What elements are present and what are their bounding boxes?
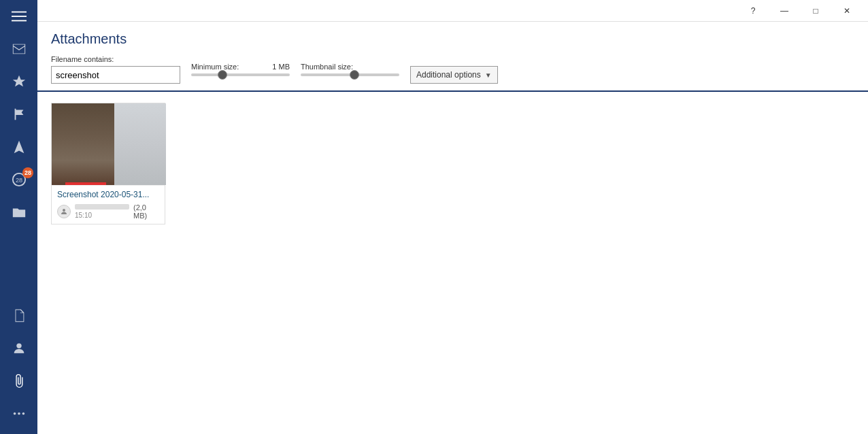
filename-input[interactable] bbox=[51, 66, 180, 84]
page-title: Attachments bbox=[51, 31, 854, 47]
meta-size: (2,0 MB) bbox=[133, 203, 159, 220]
sidebar-item-star[interactable] bbox=[0, 65, 37, 98]
attachment-info: Screenshot 2020-05-31... 15:10 (2,0 MB) bbox=[52, 185, 165, 224]
sidebar-item-navigation[interactable] bbox=[0, 131, 37, 163]
meta-time: 15:10 bbox=[75, 212, 129, 219]
main-content: ? — □ ✕ Attachments Filename contains: M… bbox=[37, 0, 868, 434]
list-item[interactable]: Screenshot 2020-05-31... 15:10 (2,0 MB) bbox=[51, 103, 165, 224]
svg-rect-1 bbox=[12, 16, 27, 17]
min-size-group: Minimum size: 1 MB bbox=[191, 63, 290, 76]
svg-point-5 bbox=[16, 344, 21, 348]
svg-text:28: 28 bbox=[15, 177, 22, 184]
content-area: Screenshot 2020-05-31... 15:10 (2,0 MB) bbox=[37, 92, 868, 434]
help-button[interactable]: ? bbox=[737, 0, 769, 22]
sidebar: 28 28 bbox=[0, 0, 37, 434]
thumb-size-slider[interactable] bbox=[301, 73, 399, 76]
thumbnail-image bbox=[52, 103, 166, 185]
sidebar-item-more[interactable] bbox=[0, 397, 37, 430]
attachment-thumbnail bbox=[52, 103, 166, 185]
svg-point-8 bbox=[22, 412, 24, 415]
sidebar-item-folder[interactable] bbox=[0, 196, 37, 229]
minimize-button[interactable]: — bbox=[769, 0, 800, 22]
sidebar-item-menu[interactable] bbox=[0, 0, 37, 33]
filename-filter-group: Filename contains: bbox=[51, 55, 180, 84]
sidebar-bottom bbox=[0, 299, 37, 434]
sidebar-item-badge[interactable]: 28 28 bbox=[0, 163, 37, 196]
dropdown-arrow-icon: ▼ bbox=[485, 71, 492, 79]
additional-options-button[interactable]: Additional options ▼ bbox=[410, 66, 498, 84]
maximize-button[interactable]: □ bbox=[800, 0, 831, 22]
sidebar-item-document[interactable] bbox=[0, 299, 37, 332]
thumbnail-red-bar bbox=[65, 182, 106, 185]
min-size-slider[interactable] bbox=[191, 73, 290, 76]
notification-badge: 28 bbox=[22, 167, 33, 178]
meta-right: 15:10 bbox=[75, 204, 129, 219]
thumb-size-slider-wrapper bbox=[301, 73, 399, 76]
filename-label: Filename contains: bbox=[51, 55, 180, 63]
svg-point-6 bbox=[13, 412, 16, 415]
svg-rect-0 bbox=[12, 12, 27, 13]
attachment-meta: 15:10 (2,0 MB) bbox=[57, 203, 159, 220]
filters-row: Filename contains: Minimum size: 1 MB Th… bbox=[51, 55, 854, 84]
svg-point-9 bbox=[63, 209, 65, 212]
sidebar-item-mail[interactable] bbox=[0, 33, 37, 65]
titlebar: ? — □ ✕ bbox=[37, 0, 868, 22]
thumb-size-group: Thumbnail size: bbox=[301, 63, 399, 76]
min-size-slider-wrapper bbox=[191, 73, 290, 76]
svg-rect-2 bbox=[12, 20, 27, 22]
meta-username bbox=[75, 204, 129, 210]
sidebar-item-contact[interactable] bbox=[0, 332, 37, 365]
sidebar-item-flag[interactable] bbox=[0, 98, 37, 131]
sidebar-item-attachment[interactable] bbox=[0, 365, 37, 397]
avatar bbox=[57, 205, 71, 218]
additional-options-label: Additional options bbox=[416, 70, 481, 80]
svg-point-7 bbox=[18, 412, 20, 415]
close-button[interactable]: ✕ bbox=[831, 0, 863, 22]
attachments-header: Attachments Filename contains: Minimum s… bbox=[37, 22, 868, 92]
attachment-name: Screenshot 2020-05-31... bbox=[57, 190, 159, 199]
